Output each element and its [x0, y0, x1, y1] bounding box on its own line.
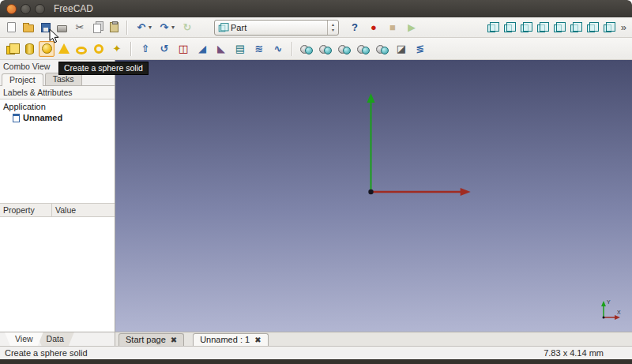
- window-minimize-button[interactable]: [21, 4, 31, 14]
- undo-button[interactable]: ↶▾: [133, 21, 154, 35]
- part-cut-button[interactable]: [336, 41, 353, 57]
- redo-button[interactable]: ↷▾: [156, 21, 177, 35]
- mdi-tab-unnamed[interactable]: Unnamed : 1 ✖: [193, 333, 268, 346]
- property-editor: [0, 217, 115, 332]
- new-document-icon: [7, 22, 16, 32]
- view-front-icon: [521, 24, 529, 32]
- part-torus-button[interactable]: [73, 41, 89, 57]
- part-boolean-icon: [319, 43, 332, 54]
- property-table-header: Property Value: [0, 204, 115, 217]
- origin-point: [368, 190, 373, 194]
- main-area: Combo View Project Tasks Labels & Attrib…: [0, 60, 632, 332]
- cut-button[interactable]: ✂: [71, 21, 88, 35]
- mouse-cursor-icon: [49, 28, 59, 43]
- macro-record-button[interactable]: ●: [365, 21, 382, 35]
- part-compound-button[interactable]: [298, 41, 315, 57]
- new-document-button[interactable]: [4, 21, 19, 35]
- standard-toolbar: ✂↶▾↷▾↻ Part ▴ ▾ ?●■▶ »: [0, 17, 632, 38]
- toolbar-overflow-button[interactable]: »: [621, 21, 626, 33]
- status-message: Create a sphere solid: [5, 348, 88, 358]
- view-right-button[interactable]: [551, 21, 566, 35]
- part-primitives-icon: ✦: [111, 43, 123, 55]
- view-bottom-button[interactable]: [585, 21, 600, 35]
- part-ruled-surface-button[interactable]: ▤: [231, 41, 249, 57]
- value-column-header[interactable]: Value: [52, 204, 115, 216]
- part-loft-button[interactable]: ≋: [250, 41, 268, 57]
- view-fit-all-button[interactable]: [485, 21, 500, 35]
- bottom-tab-strip: View Data Start page ✖ Unnamed : 1 ✖: [0, 332, 632, 346]
- tree-item-label: Unnamed: [23, 113, 62, 122]
- paste-button[interactable]: [107, 21, 122, 35]
- window-close-button[interactable]: [6, 4, 17, 14]
- refresh-button[interactable]: ↻: [179, 21, 196, 35]
- whats-this-button[interactable]: ?: [346, 21, 363, 35]
- freecad-window: FreeCAD ✂↶▾↷▾↻ Part ▴ ▾ ?●■▶ » ✦⇧↺◫◢◣▤≋∿…: [0, 0, 632, 364]
- combo-down-arrow-icon[interactable]: ▾: [332, 28, 334, 33]
- part-box-icon: [6, 46, 15, 54]
- part-union-button[interactable]: [355, 41, 372, 57]
- view-top-icon: [537, 24, 545, 32]
- part-chamfer-button[interactable]: ◣: [213, 41, 230, 57]
- tree-item-application[interactable]: Application: [0, 101, 115, 112]
- mdi-tab-start-page[interactable]: Start page ✖: [118, 333, 184, 346]
- part-mirror-button[interactable]: ◫: [175, 41, 192, 57]
- whats-this-icon: ?: [348, 21, 361, 34]
- view-rear-button[interactable]: [568, 21, 583, 35]
- part-extrude-icon: ⇧: [139, 43, 152, 55]
- copy-button[interactable]: [90, 21, 105, 35]
- tab-view[interactable]: View: [5, 332, 43, 346]
- property-column-header[interactable]: Property: [0, 204, 52, 216]
- dropdown-arrow-icon[interactable]: ▾: [171, 24, 175, 31]
- macro-stop-button[interactable]: ■: [384, 21, 401, 35]
- macro-play-button[interactable]: ▶: [403, 21, 420, 35]
- refresh-icon: ↻: [181, 21, 194, 34]
- tab-label: Start page: [126, 335, 166, 344]
- tab-project[interactable]: Project: [2, 73, 43, 86]
- part-fillet-button[interactable]: ◢: [194, 41, 211, 57]
- nav-axis-y-label: Y: [607, 299, 611, 305]
- 3d-viewport[interactable]: Y X: [115, 60, 632, 332]
- view-top-button[interactable]: [535, 21, 550, 35]
- part-fillet-icon: ◢: [196, 43, 209, 55]
- macro-play-icon: ▶: [405, 21, 418, 34]
- part-icons: ✦⇧↺◫◢◣▤≋∿◪≶: [3, 40, 430, 58]
- open-document-icon: [23, 24, 34, 32]
- part-revolve-button[interactable]: ↺: [156, 41, 173, 57]
- document-tabs: Start page ✖ Unnamed : 1 ✖: [115, 332, 632, 346]
- part-tube-button[interactable]: [91, 41, 107, 57]
- part-tube-icon: [94, 44, 103, 54]
- file-edit-icons: ✂↶▾↷▾↻: [3, 20, 197, 36]
- part-sweep-button[interactable]: ∿: [269, 41, 287, 57]
- close-tab-icon[interactable]: ✖: [171, 336, 177, 344]
- desktop-strip: [0, 359, 632, 364]
- part-cylinder-button[interactable]: [21, 41, 37, 57]
- nav-axis-x-label: X: [617, 310, 621, 315]
- part-torus-icon: [76, 47, 87, 54]
- view-left-button[interactable]: [601, 21, 616, 35]
- view-front-button[interactable]: [518, 21, 533, 35]
- view-axonometric-icon: [504, 24, 512, 32]
- toolbar-separator: [292, 42, 293, 56]
- view-left-icon: [604, 24, 611, 32]
- tree-item-label: Application: [3, 102, 46, 111]
- part-intersection-button[interactable]: [374, 41, 391, 57]
- redo-icon: ↷: [158, 21, 171, 34]
- dropdown-arrow-icon[interactable]: ▾: [149, 24, 152, 31]
- part-primitives-button[interactable]: ✦: [108, 41, 126, 57]
- combo-spinner-icon[interactable]: ▴ ▾: [327, 21, 338, 35]
- open-document-button[interactable]: [21, 21, 36, 35]
- combo-up-arrow-icon[interactable]: ▴: [332, 22, 334, 28]
- view-axonometric-button[interactable]: [502, 21, 517, 35]
- part-cross-sections-button[interactable]: ≶: [412, 41, 429, 57]
- part-boolean-button[interactable]: [317, 41, 334, 57]
- part-loft-icon: ≋: [253, 43, 265, 55]
- part-box-button[interactable]: [4, 41, 20, 57]
- window-maximize-button[interactable]: [35, 4, 45, 14]
- part-section-button[interactable]: ◪: [393, 41, 410, 57]
- close-tab-icon[interactable]: ✖: [254, 336, 261, 344]
- part-extrude-button[interactable]: ⇧: [137, 41, 154, 57]
- workbench-selector[interactable]: Part ▴ ▾: [214, 20, 339, 36]
- paste-icon: [110, 22, 118, 32]
- tree-item-unnamed[interactable]: Unnamed: [0, 112, 115, 123]
- status-dimensions: 7.83 x 4.14 mm: [544, 348, 604, 358]
